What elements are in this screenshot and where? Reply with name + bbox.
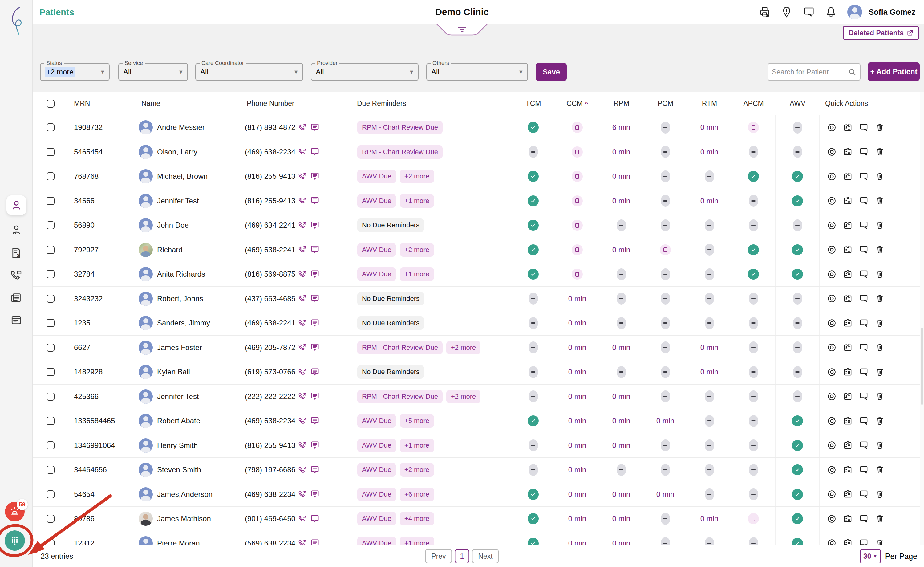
reminder-badge[interactable]: +6 more — [400, 488, 434, 501]
reminder-badge[interactable]: AWV Due — [357, 243, 396, 256]
delete-icon[interactable] — [875, 465, 885, 475]
view-icon[interactable] — [827, 514, 837, 524]
col-header-phone[interactable]: Phone Number — [241, 99, 351, 108]
delete-icon[interactable] — [875, 172, 885, 181]
row-checkbox[interactable] — [47, 197, 54, 205]
per-page-select[interactable]: 30▼ — [860, 549, 881, 563]
reminder-badge[interactable]: +5 more — [400, 414, 434, 428]
row-checkbox[interactable] — [47, 393, 54, 400]
row-checkbox[interactable] — [47, 123, 54, 131]
patient-name[interactable]: Jennifer Test — [157, 196, 199, 205]
chat-icon[interactable] — [859, 514, 868, 524]
sidebar-item-billing[interactable]: $ — [10, 247, 23, 259]
sms-icon[interactable] — [310, 221, 319, 230]
patient-card-icon[interactable] — [843, 245, 853, 254]
patient-name[interactable]: Pierre Moran — [157, 539, 200, 545]
patient-card-icon[interactable] — [843, 538, 853, 545]
view-icon[interactable] — [827, 172, 837, 181]
sms-icon[interactable] — [310, 123, 319, 132]
reminder-badge[interactable]: No Due Reminders — [357, 365, 424, 379]
call-icon[interactable] — [298, 417, 307, 426]
filter-provider[interactable]: Provider All ▼ — [311, 63, 418, 81]
sms-icon[interactable] — [310, 417, 319, 426]
view-icon[interactable] — [827, 343, 837, 352]
reminder-badge[interactable]: AWV Due — [357, 414, 396, 428]
search-input[interactable] — [772, 68, 848, 76]
alert-pin-icon[interactable] — [781, 6, 793, 18]
delete-icon[interactable] — [875, 220, 885, 230]
row-checkbox[interactable] — [47, 344, 54, 352]
delete-icon[interactable] — [875, 294, 885, 303]
col-header-pcm[interactable]: PCM — [643, 99, 688, 108]
call-icon[interactable] — [298, 147, 307, 156]
patient-card-icon[interactable] — [843, 465, 853, 475]
view-icon[interactable] — [827, 245, 837, 254]
delete-icon[interactable] — [875, 392, 885, 401]
row-checkbox[interactable] — [47, 490, 54, 498]
row-checkbox[interactable] — [47, 148, 54, 156]
delete-icon[interactable] — [875, 318, 885, 328]
call-icon[interactable] — [298, 196, 307, 205]
patient-card-icon[interactable] — [843, 318, 853, 328]
reminder-badge[interactable]: +2 more — [446, 341, 480, 354]
row-checkbox[interactable] — [47, 441, 54, 450]
sms-icon[interactable] — [310, 270, 319, 279]
reminder-badge[interactable]: AWV Due — [357, 439, 396, 452]
delete-icon[interactable] — [875, 123, 885, 132]
view-icon[interactable] — [827, 465, 837, 475]
reminder-badge[interactable]: +1 more — [400, 194, 434, 208]
patient-name[interactable]: Kylen Ball — [157, 368, 190, 376]
scrollbar-thumb[interactable] — [921, 328, 923, 405]
col-header-rtm[interactable]: RTM — [688, 99, 731, 108]
reminder-badge[interactable]: No Due Reminders — [357, 316, 424, 330]
chat-icon[interactable] — [859, 343, 868, 352]
call-icon[interactable] — [298, 368, 307, 376]
delete-icon[interactable] — [875, 270, 885, 279]
sms-icon[interactable] — [310, 368, 319, 376]
reminder-badge[interactable]: AWV Due — [357, 170, 396, 183]
chat-icon[interactable] — [859, 318, 868, 328]
view-icon[interactable] — [827, 538, 837, 545]
reminder-badge[interactable]: AWV Due — [357, 267, 396, 281]
patient-card-icon[interactable] — [843, 123, 853, 132]
sms-icon[interactable] — [310, 441, 319, 450]
chat-icon[interactable] — [859, 270, 868, 279]
filter-service[interactable]: Service All ▼ — [118, 63, 188, 81]
row-checkbox[interactable] — [47, 172, 54, 180]
reminder-badge[interactable]: +2 more — [446, 390, 480, 404]
col-header-awv[interactable]: AWV — [775, 99, 820, 108]
patient-card-icon[interactable] — [843, 220, 853, 230]
call-icon[interactable] — [298, 490, 307, 499]
row-checkbox[interactable] — [47, 221, 54, 229]
col-header-mrn[interactable]: MRN — [68, 99, 136, 108]
add-patient-button[interactable]: + Add Patient — [868, 63, 920, 81]
reminder-badge[interactable]: +1 more — [400, 439, 434, 452]
reminder-badge[interactable]: AWV Due — [357, 512, 396, 525]
row-checkbox[interactable] — [47, 466, 54, 474]
patient-card-icon[interactable] — [843, 489, 853, 499]
call-icon[interactable] — [298, 514, 307, 524]
row-checkbox[interactable] — [47, 295, 54, 303]
delete-icon[interactable] — [875, 245, 885, 254]
reminder-badge[interactable]: RPM - Chart Review Due — [357, 341, 442, 354]
filter-status[interactable]: Status +2 more ▼ — [40, 63, 110, 81]
view-icon[interactable] — [827, 294, 837, 303]
row-checkbox[interactable] — [47, 515, 54, 523]
patient-card-icon[interactable] — [843, 368, 853, 377]
patient-card-icon[interactable] — [843, 147, 853, 157]
sms-icon[interactable] — [310, 147, 319, 156]
call-icon[interactable] — [298, 221, 307, 230]
reminder-badge[interactable]: +4 more — [400, 512, 434, 525]
col-header-ccm[interactable]: CCM^ — [555, 99, 599, 108]
view-icon[interactable] — [827, 270, 837, 279]
call-icon[interactable] — [298, 172, 307, 181]
sidebar-item-patients[interactable] — [6, 195, 26, 215]
patient-name[interactable]: Robert Abate — [157, 417, 200, 425]
sidebar-item-calls[interactable] — [10, 269, 23, 282]
delete-icon[interactable] — [875, 441, 885, 450]
save-button[interactable]: Save — [536, 63, 567, 81]
call-icon[interactable] — [298, 294, 307, 303]
delete-icon[interactable] — [875, 538, 885, 545]
reminder-badge[interactable]: AWV Due — [357, 537, 396, 545]
view-icon[interactable] — [827, 123, 837, 132]
